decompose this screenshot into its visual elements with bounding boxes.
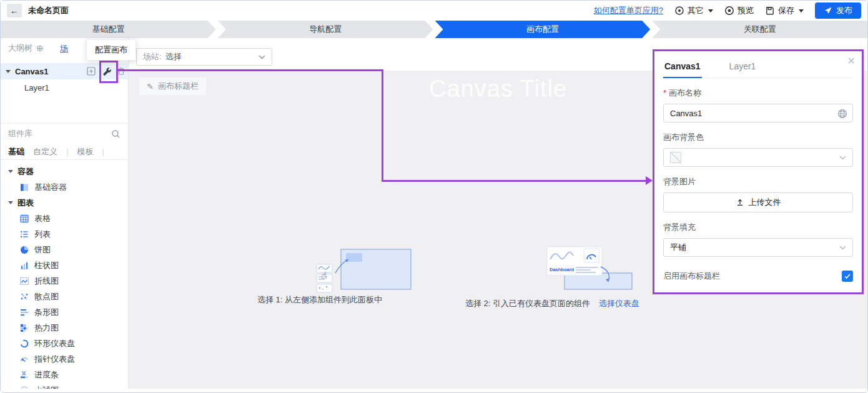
step-relation-config[interactable]: 关联配置 bbox=[652, 21, 867, 38]
tab-separator: | bbox=[66, 147, 68, 156]
component-label: 柱状图 bbox=[34, 260, 59, 271]
component-progress-bar[interactable]: 进度条 bbox=[1, 367, 128, 382]
back-button[interactable]: ← bbox=[7, 4, 22, 17]
save-menu[interactable]: 保存 bbox=[765, 5, 804, 16]
component-table[interactable]: 表格 bbox=[1, 211, 128, 226]
option1-caption: 选择 1: 从左侧添加组件到此面板中 bbox=[254, 294, 385, 306]
group-label: 容器 bbox=[17, 166, 34, 177]
edit-pencil-icon: ✎ bbox=[147, 82, 154, 91]
component-basic-container[interactable]: 基础容器 bbox=[1, 179, 128, 195]
group-charts[interactable]: 图表 bbox=[1, 195, 128, 211]
heatmap-icon bbox=[19, 323, 29, 333]
tab-layer1[interactable]: Layer1 bbox=[728, 57, 757, 77]
outline-partial-link[interactable]: 场 bbox=[60, 43, 68, 54]
more-menu[interactable]: 其它 bbox=[674, 5, 713, 16]
tab-canvas1[interactable]: Canvas1 bbox=[663, 57, 702, 78]
component-heatmap[interactable]: 热力图 bbox=[1, 320, 128, 336]
component-scatter-chart[interactable]: 散点图 bbox=[1, 289, 128, 304]
canvas-name-value: Canvas1 bbox=[670, 109, 702, 118]
component-liquid-chart[interactable]: 水球图 bbox=[1, 382, 128, 389]
component-pointer-gauge[interactable]: 指针仪表盘 bbox=[1, 351, 128, 367]
add-canvas-icon[interactable]: ⊕ bbox=[36, 43, 44, 53]
eye-icon bbox=[724, 6, 734, 16]
component-list[interactable]: 列表 bbox=[1, 226, 128, 242]
globe-icon[interactable] bbox=[837, 109, 847, 119]
library-tabs: 基础 自定义 | 模板 | bbox=[1, 144, 128, 160]
left-sidebar: 大纲树 ⊕ 场 Canvas1 Layer1 组件库 基础 自定义 | bbox=[1, 38, 129, 389]
group-container[interactable]: 容器 bbox=[1, 164, 128, 179]
preview-button[interactable]: 预览 bbox=[724, 5, 754, 16]
help-link[interactable]: 如何配置单页应用? bbox=[594, 5, 663, 16]
canvas-config-panel: ✕ Canvas1 Layer1 *画布名称 Canvas1 画布背景色 背景图… bbox=[653, 49, 864, 294]
component-label: 进度条 bbox=[34, 369, 59, 381]
tab-custom[interactable]: 自定义 bbox=[33, 146, 57, 157]
step-label: 导航配置 bbox=[309, 24, 342, 35]
back-arrow-icon: ← bbox=[10, 6, 19, 16]
bg-color-select[interactable] bbox=[663, 148, 853, 167]
cog-icon bbox=[674, 6, 684, 16]
bg-fill-value: 平铺 bbox=[670, 242, 686, 253]
component-label: 列表 bbox=[34, 229, 51, 240]
step-bar: 基础配置 导航配置 画布配置 关联配置 bbox=[1, 21, 867, 38]
tab-basic[interactable]: 基础 bbox=[8, 146, 24, 157]
publish-button[interactable]: 发布 bbox=[815, 2, 861, 19]
chevron-down-icon bbox=[799, 9, 804, 12]
connector-line bbox=[382, 180, 646, 182]
bg-fill-select[interactable]: 平铺 bbox=[663, 238, 853, 257]
scatter-chart-icon bbox=[19, 292, 29, 302]
step-label: 关联配置 bbox=[744, 24, 776, 35]
pie-chart-icon bbox=[19, 245, 29, 255]
step-canvas-config[interactable]: 画布配置 bbox=[435, 21, 651, 38]
caret-down-icon bbox=[8, 170, 13, 173]
bg-color-label: 画布背景色 bbox=[663, 132, 853, 143]
save-icon bbox=[765, 6, 775, 16]
station-value: 选择 bbox=[165, 51, 182, 62]
component-line-chart[interactable]: 折线图 bbox=[1, 273, 128, 289]
bg-fill-label: 背景填充 bbox=[663, 222, 853, 233]
component-label: 表格 bbox=[34, 213, 51, 224]
chevron-down-icon bbox=[259, 55, 265, 59]
canvas-name-label: *画布名称 bbox=[663, 87, 853, 99]
component-label: 散点图 bbox=[34, 291, 59, 302]
canvas-titlebar-chip[interactable]: ✎ 画布标题栏 bbox=[139, 77, 206, 95]
tree-node-label: Layer1 bbox=[24, 83, 49, 92]
step-basic-config[interactable]: 基础配置 bbox=[1, 21, 216, 38]
container-icon bbox=[19, 182, 29, 192]
top-bar: ← 未命名页面 如何配置单页应用? 其它 预览 保存 发布 bbox=[1, 1, 867, 21]
upload-icon bbox=[736, 198, 744, 207]
line-chart-icon bbox=[19, 276, 29, 286]
add-square-icon[interactable] bbox=[87, 67, 96, 76]
preview-label: 预览 bbox=[737, 5, 754, 16]
caret-down-icon bbox=[8, 201, 13, 204]
option2-caption-row: 选择 2: 引入已有仪表盘页面的组件 选择仪表盘 bbox=[465, 298, 639, 309]
component-pie-chart[interactable]: 饼图 bbox=[1, 242, 128, 257]
trash-icon[interactable] bbox=[117, 67, 126, 76]
component-ring-gauge[interactable]: 环形仪表盘 bbox=[1, 336, 128, 351]
component-label: 水球图 bbox=[34, 385, 59, 389]
bg-image-label: 背景图片 bbox=[663, 176, 853, 187]
component-label: 基础容器 bbox=[34, 182, 67, 193]
connector-line bbox=[118, 69, 383, 71]
caret-down-icon[interactable] bbox=[6, 70, 11, 73]
header-actions: 如何配置单页应用? 其它 预览 保存 发布 bbox=[594, 2, 861, 19]
station-select[interactable]: 场站: 选择 bbox=[136, 48, 272, 66]
component-label: 折线图 bbox=[34, 276, 59, 287]
component-column-chart[interactable]: 柱状图 bbox=[1, 257, 128, 273]
outline-title: 大纲树 bbox=[8, 42, 32, 54]
ring-gauge-icon bbox=[19, 339, 29, 349]
chevron-down-icon bbox=[839, 246, 846, 250]
upload-file-button[interactable]: 上传文件 bbox=[663, 192, 853, 212]
step-nav-config[interactable]: 导航配置 bbox=[218, 21, 433, 38]
tab-template[interactable]: 模板 bbox=[77, 146, 93, 157]
option2-caption: 选择 2: 引入已有仪表盘页面的组件 bbox=[465, 299, 590, 308]
chevron-down-icon bbox=[839, 156, 846, 160]
canvas-name-input[interactable]: Canvas1 bbox=[663, 104, 853, 122]
component-bar-chart[interactable]: 条形图 bbox=[1, 304, 128, 320]
close-icon[interactable]: ✕ bbox=[847, 55, 856, 67]
option2-choose-dashboard-link[interactable]: 选择仪表盘 bbox=[599, 299, 639, 308]
titlebar-checkbox-checked[interactable] bbox=[842, 271, 853, 282]
titlebar-toggle-label: 启用画布标题栏 bbox=[663, 271, 720, 282]
search-icon[interactable] bbox=[111, 129, 121, 139]
transparent-color-swatch bbox=[670, 152, 681, 163]
column-chart-icon bbox=[19, 261, 29, 271]
